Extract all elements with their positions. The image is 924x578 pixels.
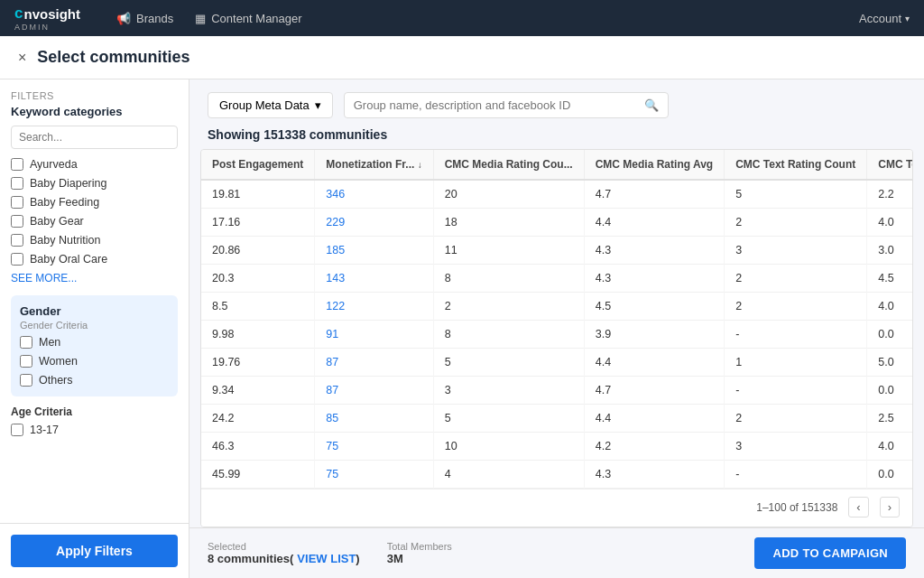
cell-post-engagement: 19.81 bbox=[201, 180, 315, 209]
logo-text: nvosight bbox=[23, 6, 80, 22]
category-baby-nutrition[interactable]: Baby Nutrition bbox=[11, 234, 178, 247]
age-13-17[interactable]: 13-17 bbox=[11, 424, 178, 436]
selected-label: Selected bbox=[208, 541, 360, 552]
cell-cmc-media-count: 20 bbox=[433, 180, 584, 209]
cell-post-engagement: 20.3 bbox=[201, 265, 315, 293]
gender-women[interactable]: Women bbox=[20, 355, 169, 368]
col-cmc-media-count[interactable]: CMC Media Rating Cou... bbox=[433, 150, 584, 180]
gender-men-checkbox[interactable] bbox=[20, 336, 32, 349]
group-meta-dropdown[interactable]: Group Meta Data ▾ bbox=[208, 92, 333, 118]
close-button[interactable]: × bbox=[18, 50, 26, 66]
cell-monetization[interactable]: 185 bbox=[315, 237, 433, 265]
cell-post-engagement: 17.16 bbox=[201, 209, 315, 237]
cell-cmc-media-count: 18 bbox=[433, 209, 584, 237]
see-more-link[interactable]: SEE MORE... bbox=[11, 272, 178, 284]
col-monetization[interactable]: Monetization Fr... ↓ bbox=[315, 150, 433, 180]
category-ayurveda-checkbox[interactable] bbox=[11, 158, 23, 171]
category-baby-nutrition-checkbox[interactable] bbox=[11, 234, 23, 247]
category-baby-oral-care[interactable]: Baby Oral Care bbox=[11, 253, 178, 266]
cell-cmc-text-avg: 5.0 bbox=[867, 349, 913, 377]
gender-men[interactable]: Men bbox=[20, 336, 169, 349]
gender-criteria-label: Gender Criteria bbox=[20, 320, 169, 331]
category-baby-oral-care-checkbox[interactable] bbox=[11, 253, 23, 266]
table-body: 19.81346204.752.2Hyderabad, G...17.16229… bbox=[201, 180, 913, 489]
cell-cmc-text-avg: 4.5 bbox=[867, 265, 913, 293]
total-members-value: 3M bbox=[387, 552, 452, 565]
cell-post-engagement: 9.34 bbox=[201, 377, 315, 405]
table-row: 8.512224.524.0Hyderabad, G... bbox=[201, 293, 913, 321]
table-row: 45.997544.3-0.0Ranchi, Hyd... bbox=[201, 461, 913, 489]
category-baby-gear[interactable]: Baby Gear bbox=[11, 215, 178, 228]
cell-monetization[interactable]: 346 bbox=[315, 180, 433, 209]
cell-post-engagement: 9.98 bbox=[201, 321, 315, 349]
content-manager-label: Content Manager bbox=[211, 12, 301, 25]
view-list-link[interactable]: VIEW LIST bbox=[297, 552, 356, 565]
brands-nav-item[interactable]: 📢 Brands bbox=[116, 12, 173, 25]
cell-cmc-text-avg: 2.5 bbox=[867, 405, 913, 433]
gender-others[interactable]: Others bbox=[20, 374, 169, 387]
total-members-label: Total Members bbox=[387, 541, 452, 552]
category-list: Ayurveda Baby Diapering Baby Feeding Bab… bbox=[11, 158, 178, 266]
cell-cmc-media-avg: 4.4 bbox=[584, 405, 724, 433]
cell-cmc-media-avg: 4.2 bbox=[584, 433, 724, 461]
cell-cmc-media-avg: 4.4 bbox=[584, 209, 724, 237]
age-section: Age Criteria 13-17 bbox=[11, 406, 178, 436]
cell-cmc-text-avg: 0.0 bbox=[867, 461, 913, 489]
cell-monetization[interactable]: 143 bbox=[315, 265, 433, 293]
apply-filters-button[interactable]: Apply Filters bbox=[11, 535, 178, 567]
megaphone-icon: 📢 bbox=[116, 12, 131, 25]
prev-page-button[interactable]: ‹ bbox=[848, 497, 868, 517]
keyword-search-input[interactable] bbox=[11, 126, 178, 149]
cell-monetization[interactable]: 91 bbox=[315, 321, 433, 349]
cell-cmc-text-count: 3 bbox=[725, 433, 867, 461]
category-baby-feeding[interactable]: Baby Feeding bbox=[11, 196, 178, 209]
cell-cmc-media-avg: 4.5 bbox=[584, 293, 724, 321]
category-ayurveda[interactable]: Ayurveda bbox=[11, 158, 178, 171]
cell-cmc-media-count: 8 bbox=[433, 321, 584, 349]
category-baby-nutrition-label: Baby Nutrition bbox=[30, 234, 101, 247]
next-page-button[interactable]: › bbox=[880, 497, 900, 517]
gender-title: Gender bbox=[20, 304, 169, 318]
col-cmc-text-count[interactable]: CMC Text Rating Count bbox=[725, 150, 867, 180]
account-menu[interactable]: Account ▾ bbox=[859, 12, 910, 25]
cell-cmc-text-avg: 3.0 bbox=[867, 237, 913, 265]
table-row: 20.86185114.333.0Ranchi, Hyd... bbox=[201, 237, 913, 265]
category-baby-diapering-checkbox[interactable] bbox=[11, 177, 23, 190]
category-baby-feeding-checkbox[interactable] bbox=[11, 196, 23, 209]
cell-post-engagement: 45.99 bbox=[201, 461, 315, 489]
cell-cmc-media-count: 4 bbox=[433, 461, 584, 489]
cell-monetization[interactable]: 75 bbox=[315, 433, 433, 461]
category-baby-diapering[interactable]: Baby Diapering bbox=[11, 177, 178, 190]
category-baby-gear-label: Baby Gear bbox=[30, 215, 84, 228]
cell-cmc-text-count: 1 bbox=[725, 349, 867, 377]
table-row: 19.768754.415.0Dhaka, Ranch... bbox=[201, 349, 913, 377]
col-cmc-text-avg[interactable]: CMC Text Rating Avg bbox=[867, 150, 913, 180]
add-to-campaign-button[interactable]: ADD TO CAMPAIGN bbox=[754, 537, 906, 569]
cell-cmc-media-count: 3 bbox=[433, 377, 584, 405]
cell-cmc-text-avg: 4.0 bbox=[867, 293, 913, 321]
gender-women-checkbox[interactable] bbox=[20, 355, 32, 368]
cell-monetization[interactable]: 87 bbox=[315, 349, 433, 377]
cell-cmc-media-avg: 4.7 bbox=[584, 377, 724, 405]
cell-monetization[interactable]: 229 bbox=[315, 209, 433, 237]
table-row: 46.375104.234.0Ranchi, Hyd... bbox=[201, 433, 913, 461]
content-footer: Selected 8 communities(VIEW LIST) Total … bbox=[189, 527, 924, 578]
cell-cmc-text-count: - bbox=[725, 377, 867, 405]
age-13-17-checkbox[interactable] bbox=[11, 424, 23, 436]
cell-cmc-media-count: 5 bbox=[433, 405, 584, 433]
col-cmc-media-avg[interactable]: CMC Media Rating Avg bbox=[584, 150, 724, 180]
search-icon: 🔍 bbox=[644, 98, 659, 112]
cell-cmc-text-count: - bbox=[725, 461, 867, 489]
cell-cmc-text-avg: 2.2 bbox=[867, 180, 913, 209]
category-baby-gear-checkbox[interactable] bbox=[11, 215, 23, 228]
cell-monetization[interactable]: 85 bbox=[315, 405, 433, 433]
dropdown-label: Group Meta Data bbox=[219, 98, 310, 112]
cell-monetization[interactable]: 75 bbox=[315, 461, 433, 489]
content-manager-nav-item[interactable]: ▦ Content Manager bbox=[195, 12, 301, 25]
cell-monetization[interactable]: 122 bbox=[315, 293, 433, 321]
cell-monetization[interactable]: 87 bbox=[315, 377, 433, 405]
total-members-info: Total Members 3M bbox=[387, 541, 452, 565]
group-search-input[interactable] bbox=[354, 98, 639, 112]
gender-others-checkbox[interactable] bbox=[20, 374, 32, 387]
col-post-engagement[interactable]: Post Engagement bbox=[201, 150, 315, 180]
